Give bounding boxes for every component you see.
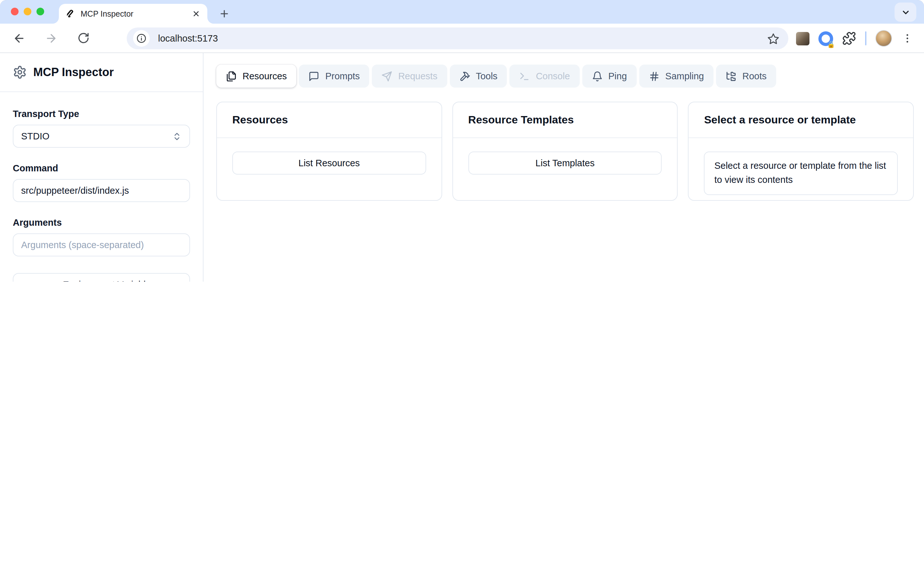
resources-card: Resources List Resources xyxy=(216,102,442,201)
tab-label: Console xyxy=(536,71,570,81)
bookmark-star-icon[interactable] xyxy=(765,31,781,46)
screen: MCP Inspector localhost:5173 xyxy=(0,0,924,282)
extensions-puzzle-icon[interactable] xyxy=(842,31,856,45)
message-square-icon xyxy=(309,70,320,81)
tab-console[interactable]: Console xyxy=(510,64,579,88)
profile-avatar[interactable] xyxy=(875,30,892,47)
command-input[interactable] xyxy=(13,179,190,202)
forward-icon[interactable] xyxy=(41,28,62,48)
transport-type-select[interactable]: STDIO xyxy=(13,125,190,148)
main-top-pane: Resources Prompts Requests Tools xyxy=(204,53,924,282)
tab-ping[interactable]: Ping xyxy=(582,64,636,88)
files-icon xyxy=(226,70,237,81)
resource-templates-card-title: Resource Templates xyxy=(453,102,677,138)
window-controls xyxy=(11,7,44,15)
bell-icon xyxy=(592,70,603,81)
tab-label: Tools xyxy=(476,71,498,81)
tab-sampling[interactable]: Sampling xyxy=(639,64,714,88)
environment-variables-button[interactable]: Environment Variables xyxy=(13,273,190,282)
new-tab-icon[interactable] xyxy=(216,6,232,21)
resource-cards: Resources List Resources Resource Templa… xyxy=(216,102,914,201)
resource-templates-card: Resource Templates List Templates xyxy=(452,102,678,201)
url-bar[interactable]: localhost:5173 xyxy=(127,27,788,49)
resource-preview-placeholder: Select a resource or template from the l… xyxy=(704,151,898,195)
sidebar: MCP Inspector Transport Type STDIO Comma… xyxy=(0,53,204,282)
arguments-input[interactable] xyxy=(13,234,190,256)
tab-requests[interactable]: Requests xyxy=(372,64,447,88)
tab-search-chevron-icon[interactable] xyxy=(895,3,916,22)
browser-window: MCP Inspector localhost:5173 xyxy=(0,0,924,282)
terminal-icon xyxy=(519,70,530,81)
browser-menu-icon[interactable] xyxy=(901,31,914,46)
list-templates-button[interactable]: List Templates xyxy=(468,151,662,175)
hammer-icon xyxy=(459,70,470,81)
back-icon[interactable] xyxy=(9,28,29,48)
password-manager-icon[interactable]: 🔒 xyxy=(818,31,833,46)
tab-label: Roots xyxy=(742,71,766,81)
resource-preview-card: Select a resource or template Select a r… xyxy=(688,102,914,201)
tab-roots[interactable]: Roots xyxy=(716,64,776,88)
browser-tab[interactable]: MCP Inspector xyxy=(59,4,207,24)
reload-icon[interactable] xyxy=(73,28,93,48)
command-label: Command xyxy=(13,163,190,173)
folder-tree-icon xyxy=(726,70,736,81)
tab-label: Resources xyxy=(243,71,287,81)
browser-tabstrip: MCP Inspector xyxy=(0,0,924,24)
tab-close-icon[interactable] xyxy=(190,9,201,19)
tab-tools[interactable]: Tools xyxy=(450,64,507,88)
transport-type-label: Transport Type xyxy=(13,109,190,119)
extension-avatar-icon[interactable] xyxy=(796,31,810,45)
environment-variables-label: Environment Variables xyxy=(63,279,156,282)
app-tabs: Resources Prompts Requests Tools xyxy=(216,64,924,88)
hash-icon xyxy=(648,70,659,81)
sidebar-form: Transport Type STDIO Command Arguments E… xyxy=(0,92,203,282)
mcp-favicon-icon xyxy=(65,9,75,19)
site-info-icon[interactable] xyxy=(133,30,150,47)
chevrons-up-down-icon xyxy=(172,132,182,141)
tab-label: Prompts xyxy=(326,71,360,81)
tab-label: Sampling xyxy=(665,71,704,81)
chevron-right-icon xyxy=(47,280,57,282)
tab-label: Ping xyxy=(608,71,627,81)
arguments-label: Arguments xyxy=(13,217,190,228)
tab-resources[interactable]: Resources xyxy=(216,64,297,88)
maximize-window-icon[interactable] xyxy=(36,7,44,15)
close-window-icon[interactable] xyxy=(11,7,18,15)
list-resources-button[interactable]: List Resources xyxy=(232,151,426,175)
app-title: MCP Inspector xyxy=(33,66,114,79)
transport-type-value: STDIO xyxy=(21,131,50,141)
browser-tab-title: MCP Inspector xyxy=(81,9,186,18)
mcp-inspector-app: MCP Inspector Transport Type STDIO Comma… xyxy=(0,53,924,282)
browser-toolbar: localhost:5173 🔒 xyxy=(0,24,924,53)
sidebar-header: MCP Inspector xyxy=(0,53,203,92)
send-icon xyxy=(382,70,393,81)
tab-prompts[interactable]: Prompts xyxy=(299,64,369,88)
resource-preview-card-title: Select a resource or template xyxy=(689,102,913,138)
tab-label: Requests xyxy=(398,71,438,81)
gear-icon xyxy=(13,65,27,79)
minimize-window-icon[interactable] xyxy=(24,7,32,15)
toolbar-right: 🔒 xyxy=(796,24,924,53)
main-panel: Resources Prompts Requests Tools xyxy=(204,53,924,282)
resources-card-title: Resources xyxy=(217,102,441,138)
toolbar-separator xyxy=(865,31,866,45)
url-text[interactable]: localhost:5173 xyxy=(158,33,765,43)
